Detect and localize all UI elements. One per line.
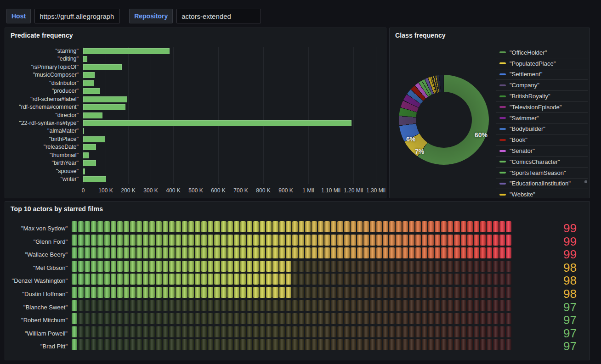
gauge-cell-lit — [188, 287, 194, 298]
gauge-cell-dim — [506, 339, 511, 350]
gauge-cell-dim — [467, 339, 473, 350]
legend-item[interactable]: "Settlement" — [496, 69, 588, 80]
gauge-cell-dim — [396, 287, 401, 298]
actor-label: "Glenn Ford" — [5, 235, 72, 249]
legend-item[interactable]: "PopulatedPlace" — [496, 58, 588, 69]
legend-swatch — [499, 161, 506, 162]
gauge-cell-lit — [97, 274, 103, 285]
category-label: "rdf-schema#comment" — [5, 103, 79, 111]
legend-item[interactable]: "OfficeHolder" — [496, 47, 588, 58]
gauge-cell-dim — [299, 287, 304, 298]
gauge-cell-lit — [117, 287, 123, 298]
class-frequency-panel: Class frequency 60%6%7% "OfficeHolder""P… — [389, 28, 590, 198]
gauge-cell-dim — [357, 287, 363, 298]
gauge-cell-dim — [156, 313, 161, 324]
legend-label: "Company" — [510, 82, 539, 89]
repository-input[interactable] — [176, 9, 261, 23]
gauge-cell-lit — [85, 274, 90, 285]
gauge-cell-lit — [221, 274, 227, 285]
gauge-cell-lit — [292, 235, 298, 246]
gauge-cell-dim — [428, 339, 434, 350]
legend-item[interactable]: "Company" — [496, 79, 588, 90]
gauge-row: "Wallace Beery"99 — [5, 247, 590, 258]
bar — [83, 72, 95, 78]
gauge-cell-dim — [383, 274, 388, 285]
gauge-cell-dim — [383, 287, 388, 298]
gauge-bar — [72, 300, 511, 311]
gauge-cell-lit — [337, 247, 343, 258]
gauge-cell-dim — [422, 339, 427, 350]
legend-item[interactable]: "Senator" — [496, 145, 588, 156]
x-tick-label: 400 K — [166, 187, 180, 194]
gauge-cell-dim — [376, 326, 382, 337]
gauge-cell-dim — [201, 313, 207, 324]
gauge-cell-dim — [279, 313, 285, 324]
gauge-cell-lit — [240, 235, 246, 246]
bar — [83, 104, 125, 110]
gauge-cell-dim — [370, 274, 375, 285]
legend-item[interactable]: "Website" — [496, 189, 588, 198]
legend-item[interactable]: "EducationalInstitution" — [496, 178, 588, 189]
gauge-cell-lit — [182, 274, 187, 285]
gauge-cell-dim — [312, 313, 317, 324]
gauge-cell-lit — [176, 221, 181, 232]
bar-row — [83, 112, 384, 119]
gauge-cell-lit — [143, 247, 148, 258]
gauge-cell-dim — [493, 313, 499, 324]
legend-item[interactable]: "Bodybuilder" — [496, 123, 588, 134]
gauge-cell-lit — [208, 235, 213, 246]
gauge-cell-dim — [331, 313, 336, 324]
gauge-cell-lit — [299, 235, 304, 246]
legend-item[interactable]: "Book" — [496, 134, 588, 145]
gauge-row: "Denzel Washington"98 — [5, 274, 590, 285]
gauge-cell-dim — [143, 300, 148, 311]
gauge-cell-lit — [72, 221, 77, 232]
gauge-cell-dim — [383, 326, 388, 337]
gauge-cell-dim — [201, 326, 207, 337]
legend-item[interactable]: "TelevisionEpisode" — [496, 101, 588, 112]
gauge-cell-dim — [331, 300, 336, 311]
gauge-cell-dim — [351, 274, 356, 285]
bar-row — [83, 151, 384, 159]
bar — [83, 136, 105, 142]
gauge-cell-lit — [72, 274, 77, 285]
host-input[interactable] — [34, 9, 120, 23]
legend-scrollbar-thumb[interactable] — [584, 180, 587, 183]
gauge-cell-dim — [441, 326, 447, 337]
gauge-cell-dim — [305, 313, 311, 324]
gauge-cell-dim — [454, 300, 459, 311]
gauge-cell-dim — [176, 326, 181, 337]
gauge-cell-dim — [396, 313, 401, 324]
legend-item[interactable]: "SportsTeamSeason" — [496, 167, 588, 178]
bar — [83, 160, 96, 166]
gauge-cell-lit — [104, 247, 110, 258]
actor-value: 98 — [511, 287, 590, 301]
legend-label: "TelevisionEpisode" — [510, 104, 561, 111]
gauge-cell-dim — [130, 326, 136, 337]
gauge-cell-lit — [214, 287, 220, 298]
gauge-cell-lit — [208, 221, 213, 232]
legend-item[interactable]: "ComicsCharacter" — [496, 156, 588, 167]
gauge-cell-dim — [318, 300, 323, 311]
legend-item[interactable]: "Swimmer" — [496, 112, 588, 123]
gauge-row: "Glenn Ford"99 — [5, 235, 590, 246]
gauge-cell-lit — [305, 247, 311, 258]
gauge-cell-lit — [221, 221, 227, 232]
gauge-cell-dim — [396, 339, 401, 350]
gauge-cell-lit — [351, 247, 356, 258]
legend-item[interactable]: "BritishRoyalty" — [496, 90, 588, 101]
gauge-cell-lit — [260, 247, 265, 258]
legend-label: "EducationalInstitution" — [510, 180, 571, 187]
gauge-cell-dim — [85, 313, 90, 324]
gauge-cell-lit — [467, 221, 473, 232]
gauge-cell-lit — [214, 247, 220, 258]
gauge-cell-lit — [292, 221, 298, 232]
gauge-cell-lit — [149, 235, 155, 246]
gauge-cell-lit — [337, 235, 343, 246]
gauge-cell-dim — [487, 261, 492, 272]
gauge-cell-lit — [214, 235, 220, 246]
gauge-cell-lit — [91, 287, 96, 298]
gauge-cell-lit — [487, 235, 492, 246]
gauge-cell-dim — [292, 274, 298, 285]
legend-label: "PopulatedPlace" — [510, 60, 556, 67]
